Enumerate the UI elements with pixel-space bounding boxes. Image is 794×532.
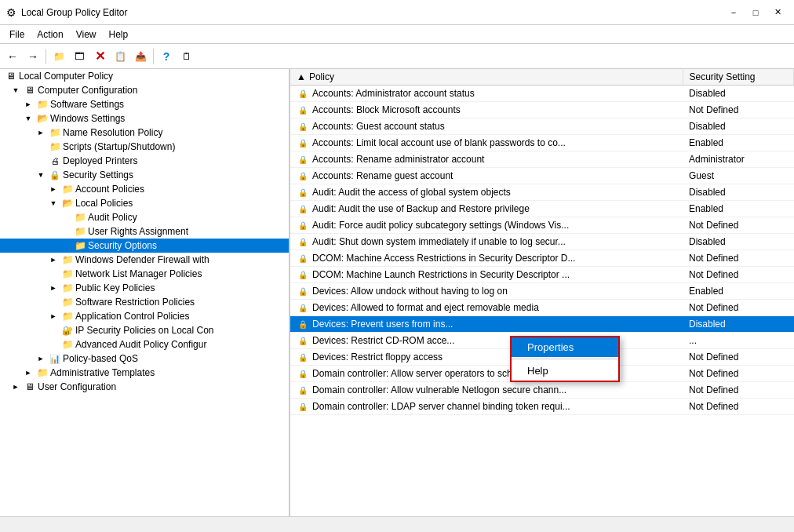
policy-name-cell: 🔒DCOM: Machine Access Restrictions in Se…: [290, 250, 683, 267]
user-rights-icon: 📁: [74, 225, 86, 238]
tree-windows-defender[interactable]: ► 📁 Windows Defender Firewall with: [0, 253, 289, 267]
software-restriction-label: Software Restriction Policies: [75, 297, 195, 308]
properties-button[interactable]: 📋: [111, 47, 129, 66]
tree-software-restriction[interactable]: ► 📁 Software Restriction Policies: [0, 295, 289, 309]
tree-root[interactable]: 🖥 Local Computer Policy: [0, 69, 289, 83]
ip-security-label: IP Security Policies on Local Con: [75, 325, 214, 336]
context-menu-help[interactable]: Help: [512, 361, 618, 381]
tree-local-policies[interactable]: ▼ 📂 Local Policies: [0, 196, 289, 210]
expand-local-policies[interactable]: ▼: [47, 197, 60, 210]
toolbar-separator-2: [153, 49, 154, 64]
left-pane[interactable]: 🖥 Local Computer Policy ▼ 🖥 Computer Con…: [0, 69, 290, 516]
view-button[interactable]: 🗒: [177, 47, 196, 66]
windows-defender-label: Windows Defender Firewall with: [75, 254, 209, 265]
delete-button[interactable]: ✕: [90, 47, 109, 66]
tree-advanced-audit[interactable]: ► 📁 Advanced Audit Policy Configur: [0, 337, 289, 352]
tree-admin-templates[interactable]: ► 📁 Administrative Templates: [0, 366, 289, 380]
table-row[interactable]: 🔒DCOM: Machine Access Restrictions in Se…: [290, 250, 794, 267]
expand-windows-settings[interactable]: ▼: [22, 112, 35, 125]
table-row[interactable]: 🔒Domain controller: LDAP server channel …: [290, 399, 794, 415]
tree-deployed-printers[interactable]: ► 🖨 Deployed Printers: [0, 154, 289, 168]
tree-network-list[interactable]: ► 📁 Network List Manager Policies: [0, 267, 289, 281]
toolbar: ← → 📁 🗔 ✕ 📋 📤 ? 🗒: [0, 44, 794, 69]
expand-user-rights[interactable]: ►: [60, 225, 72, 238]
tree-public-key[interactable]: ► 📁 Public Key Policies: [0, 281, 289, 295]
tree-ip-security[interactable]: ► 🔐 IP Security Policies on Local Con: [0, 323, 289, 337]
expand-qos[interactable]: ►: [35, 352, 47, 365]
table-row[interactable]: 🔒Audit: Audit the use of Backup and Rest…: [290, 201, 794, 217]
table-row[interactable]: 🔒DCOM: Machine Launch Restrictions in Se…: [290, 267, 794, 283]
tree-computer-config[interactable]: ▼ 🖥 Computer Configuration: [0, 83, 289, 97]
expand-scripts[interactable]: ►: [35, 140, 47, 153]
back-button[interactable]: ←: [3, 47, 22, 66]
tree-applocker[interactable]: ► 📁 Application Control Policies: [0, 309, 289, 323]
tree-windows-settings[interactable]: ▼ 📂 Windows Settings: [0, 111, 289, 126]
table-row[interactable]: 🔒Devices: Prevent users from ins...Disab…: [290, 316, 794, 333]
menu-action[interactable]: Action: [31, 27, 69, 42]
expand-ip-security[interactable]: ►: [47, 324, 60, 337]
tree-user-rights[interactable]: ► 📁 User Rights Assignment: [0, 224, 289, 239]
expand-software-settings[interactable]: ►: [22, 98, 35, 111]
tree-name-resolution[interactable]: ► 📁 Name Resolution Policy: [0, 126, 289, 140]
folder-button[interactable]: 📁: [49, 47, 68, 66]
expand-audit-policy[interactable]: ►: [60, 211, 72, 224]
export-button[interactable]: 📤: [131, 47, 150, 66]
expand-applocker[interactable]: ►: [47, 310, 60, 322]
maximize-button[interactable]: □: [745, 5, 766, 20]
table-row[interactable]: 🔒Accounts: Guest account statusDisabled: [290, 118, 794, 135]
policy-name-cell: 🔒Devices: Restrict floppy access: [290, 349, 683, 366]
close-button[interactable]: ✕: [767, 5, 788, 20]
right-pane[interactable]: ▲ Policy Security Setting 🔒Accounts: Adm…: [290, 69, 794, 516]
tree-security-options[interactable]: ► 📁 Security Options: [0, 239, 289, 253]
table-row[interactable]: 🔒Accounts: Limit local account use of bl…: [290, 135, 794, 151]
main-container: 🖥 Local Computer Policy ▼ 🖥 Computer Con…: [0, 69, 794, 516]
policy-row-icon: 🔒: [297, 351, 309, 363]
table-row[interactable]: 🔒Devices: Allowed to format and eject re…: [290, 300, 794, 316]
expand-public-key[interactable]: ►: [47, 282, 60, 294]
table-row[interactable]: 🔒Audit: Audit the access of global syste…: [290, 184, 794, 201]
table-row[interactable]: 🔒Accounts: Block Microsoft accountsNot D…: [290, 102, 794, 118]
table-row[interactable]: 🔒Accounts: Rename guest accountGuest: [290, 168, 794, 184]
tree-qos[interactable]: ► 📊 Policy-based QoS: [0, 352, 289, 366]
expand-name-resolution[interactable]: ►: [35, 126, 47, 139]
table-row[interactable]: 🔒Accounts: Administrator account statusD…: [290, 86, 794, 102]
expand-user-config[interactable]: ►: [9, 381, 22, 393]
table-row[interactable]: 🔒Devices: Allow undock without having to…: [290, 283, 794, 300]
context-menu[interactable]: Properties Help: [510, 336, 620, 382]
tree-scripts[interactable]: ► 📁 Scripts (Startup/Shutdown): [0, 140, 289, 154]
menu-file[interactable]: File: [3, 27, 31, 42]
menu-view[interactable]: View: [70, 27, 103, 42]
expand-computer-config[interactable]: ▼: [9, 84, 22, 97]
col-setting-header: Security Setting: [683, 69, 794, 86]
expand-network-list[interactable]: ►: [47, 268, 60, 280]
admin-templates-label: Administrative Templates: [50, 367, 155, 378]
expand-advanced-audit[interactable]: ►: [47, 338, 60, 351]
forward-button[interactable]: →: [24, 47, 42, 66]
tree-account-policies[interactable]: ► 📁 Account Policies: [0, 182, 289, 196]
tree-audit-policy[interactable]: ► 📁 Audit Policy: [0, 210, 289, 224]
table-row[interactable]: 🔒Domain controller: Allow vulnerable Net…: [290, 382, 794, 399]
help-button[interactable]: ?: [157, 47, 176, 66]
expand-security-options[interactable]: ►: [60, 239, 72, 252]
minimize-button[interactable]: −: [723, 5, 744, 20]
policy-name-cell: 🔒Audit: Shut down system immediately if …: [290, 234, 683, 250]
show-hide-button[interactable]: 🗔: [70, 47, 89, 66]
expand-account-policies[interactable]: ►: [47, 183, 60, 195]
table-row[interactable]: 🔒Accounts: Rename administrator accountA…: [290, 151, 794, 168]
menu-bar: File Action View Help: [0, 25, 794, 44]
table-row[interactable]: 🔒Audit: Force audit policy subcategory s…: [290, 217, 794, 234]
account-policies-icon: 📁: [61, 183, 74, 195]
menu-help[interactable]: Help: [103, 27, 135, 42]
expand-deployed-printers[interactable]: ►: [35, 155, 47, 167]
tree-security-settings[interactable]: ▼ 🔒 Security Settings: [0, 168, 289, 182]
expand-admin-templates[interactable]: ►: [22, 366, 35, 379]
expand-security-settings[interactable]: ▼: [35, 169, 47, 181]
tree-user-config[interactable]: ► 🖥 User Configuration: [0, 380, 289, 394]
table-row[interactable]: 🔒Audit: Shut down system immediately if …: [290, 234, 794, 250]
expand-software-restriction[interactable]: ►: [47, 296, 60, 308]
context-menu-properties[interactable]: Properties: [512, 337, 618, 357]
expand-windows-defender[interactable]: ►: [47, 253, 60, 266]
window-title: Local Group Policy Editor: [21, 7, 127, 18]
tree-software-settings[interactable]: ► 📁 Software Settings: [0, 97, 289, 111]
policy-setting-cell: Not Defined: [683, 300, 794, 316]
